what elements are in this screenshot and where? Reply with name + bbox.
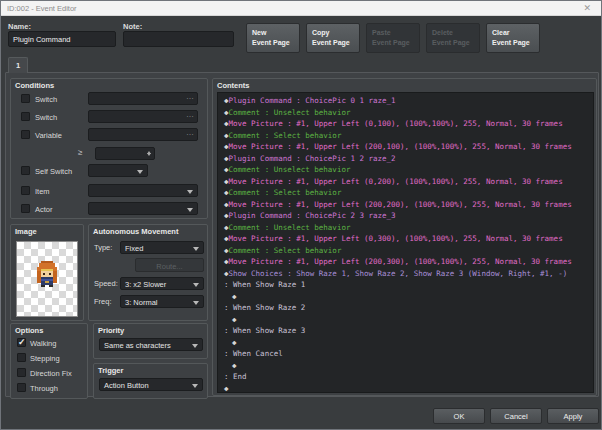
movement-title: Autonomous Movement: [93, 227, 178, 236]
variable-browse-icon[interactable]: …: [186, 128, 194, 137]
event-command-line[interactable]: ◆Comment : Unselect behavior: [224, 107, 593, 119]
speed-select[interactable]: 3: x2 Slower: [120, 277, 204, 290]
apply-button[interactable]: Apply: [547, 408, 599, 424]
ok-button[interactable]: OK: [433, 408, 485, 424]
option-label: Direction Fix: [30, 369, 72, 378]
trigger-group: Trigger Action Button: [93, 363, 208, 399]
event-command-line[interactable]: : When Show Raze 3: [224, 325, 593, 337]
event-command-line[interactable]: ◆Move Picture : #1, Upper Left (200,300)…: [224, 256, 593, 268]
priority-select[interactable]: Same as characters: [99, 338, 203, 351]
event-command-line[interactable]: ◆Move Picture : #1, Upper Left (0,300), …: [224, 233, 593, 245]
switch1-browse-icon[interactable]: …: [186, 92, 194, 101]
self-switch-checkbox[interactable]: [21, 166, 30, 175]
variable-operator: ≥: [78, 148, 82, 157]
event-command-line[interactable]: ◆Comment : Select behavior: [224, 187, 593, 199]
event-command-line[interactable]: ◆Move Picture : #1, Upper Left (200,200)…: [224, 199, 593, 211]
contents-group: Contents ◆Plugin Command : ChoicePic 0 1…: [212, 78, 597, 396]
character-image-picker[interactable]: [16, 241, 78, 317]
actor-select[interactable]: [88, 202, 198, 215]
new-event-page-button[interactable]: New Event Page: [246, 23, 300, 53]
switch1-checkbox[interactable]: [21, 94, 30, 103]
switch2-field[interactable]: …: [88, 110, 198, 123]
event-command-line[interactable]: ◆Plugin Command : ChoicePic 0 1 raze_1: [224, 95, 593, 107]
event-command-line[interactable]: ◆Comment : Unselect behavior: [224, 164, 593, 176]
walking-checkbox[interactable]: [17, 338, 26, 347]
conditions-title: Conditions: [15, 81, 54, 90]
event-command-line[interactable]: : When Cancel: [224, 348, 593, 360]
contents-title: Contents: [217, 81, 250, 90]
variable-checkbox[interactable]: [21, 130, 30, 139]
variable-label: Variable: [35, 131, 62, 140]
options-title: Options: [15, 326, 43, 335]
options-group: Options WalkingSteppingDirection FixThro…: [10, 323, 88, 399]
window-title: ID:002 - Event Editor: [7, 4, 77, 13]
character-sprite: [35, 261, 59, 291]
name-input[interactable]: Plugin Command: [8, 31, 116, 47]
through-checkbox[interactable]: [17, 383, 26, 392]
event-command-line[interactable]: ◆: [224, 383, 593, 394]
self-switch-label: Self Switch: [35, 167, 72, 176]
name-label: Name:: [8, 22, 31, 31]
event-command-line[interactable]: ◆Comment : Select behavior: [224, 130, 593, 142]
switch2-browse-icon[interactable]: …: [186, 110, 194, 119]
speed-label: Speed:: [94, 279, 118, 288]
switch1-label: Switch: [35, 95, 57, 104]
stepping-checkbox[interactable]: [17, 353, 26, 362]
clear-event-page-button[interactable]: Clear Event Page: [486, 23, 540, 53]
trigger-select[interactable]: Action Button: [99, 378, 203, 391]
copy-event-page-button[interactable]: Copy Event Page: [306, 23, 360, 53]
page-button-bar: New Event PageCopy Event PagePaste Event…: [246, 23, 546, 53]
event-command-line[interactable]: ◆Move Picture : #1, Upper Left (200,100)…: [224, 141, 593, 153]
variable-field[interactable]: …: [88, 128, 198, 141]
event-command-line[interactable]: : When Show Raze 2: [224, 302, 593, 314]
route-button: Route...: [135, 258, 204, 272]
image-group: Image: [10, 224, 84, 321]
note-input[interactable]: [123, 31, 234, 47]
direction-fix-checkbox[interactable]: [17, 368, 26, 377]
event-editor-window: ID:002 - Event Editor ✕ Name: Plugin Com…: [0, 0, 602, 430]
autonomous-movement-group: Autonomous Movement Type: Fixed Route...…: [88, 224, 208, 321]
variable-value-stepper[interactable]: [95, 147, 155, 160]
type-label: Type:: [94, 243, 112, 252]
event-command-line[interactable]: ◆: [224, 314, 593, 326]
conditions-group: Conditions Switch … Switch … Variable … …: [10, 78, 208, 219]
actor-checkbox[interactable]: [21, 204, 30, 213]
event-command-line[interactable]: ◆Show Choices : Show Raze 1, Show Raze 2…: [224, 268, 593, 280]
type-select[interactable]: Fixed: [120, 241, 204, 254]
priority-title: Priority: [98, 326, 124, 335]
event-command-line[interactable]: ◆: [224, 291, 593, 303]
event-command-list[interactable]: ◆Plugin Command : ChoicePic 0 1 raze_1◆C…: [217, 92, 594, 393]
cancel-button[interactable]: Cancel: [490, 408, 542, 424]
event-command-line[interactable]: : When Show Raze 1: [224, 279, 593, 291]
freq-label: Freq:: [94, 297, 112, 306]
item-select[interactable]: [88, 184, 198, 197]
trigger-title: Trigger: [98, 366, 123, 375]
item-checkbox[interactable]: [21, 186, 30, 195]
switch1-field[interactable]: …: [88, 92, 198, 105]
titlebar: ID:002 - Event Editor ✕: [1, 1, 601, 16]
event-command-line[interactable]: ◆Plugin Command : ChoicePic 1 2 raze_2: [224, 153, 593, 165]
close-icon[interactable]: ✕: [583, 3, 591, 13]
event-command-line[interactable]: ◆Move Picture : #1, Upper Left (0,200), …: [224, 176, 593, 188]
switch2-checkbox[interactable]: [21, 112, 30, 121]
freq-select[interactable]: 3: Normal: [120, 295, 204, 308]
event-command-line[interactable]: ◆: [224, 360, 593, 372]
paste-event-page-button: Paste Event Page: [366, 23, 420, 53]
priority-group: Priority Same as characters: [93, 323, 208, 359]
tab-page-1[interactable]: 1: [8, 57, 28, 73]
option-label: Through: [30, 384, 58, 393]
option-label: Stepping: [30, 354, 60, 363]
actor-label: Actor: [35, 205, 53, 214]
delete-event-page-button: Delete Event Page: [426, 23, 480, 53]
event-command-line[interactable]: ◆Plugin Command : ChoicePic 2 3 raze_3: [224, 210, 593, 222]
event-command-line[interactable]: ◆: [224, 337, 593, 349]
event-command-line[interactable]: ◆Comment : Unselect behavior: [224, 222, 593, 234]
image-title: Image: [15, 227, 37, 236]
event-command-line[interactable]: ◆Move Picture : #1, Upper Left (0,100), …: [224, 118, 593, 130]
item-label: Item: [35, 187, 50, 196]
self-switch-select[interactable]: [88, 164, 148, 177]
switch2-label: Switch: [35, 113, 57, 122]
event-command-line[interactable]: : End: [224, 371, 593, 383]
option-label: Walking: [30, 339, 56, 348]
event-command-line[interactable]: ◆Comment : Select behavior: [224, 245, 593, 257]
